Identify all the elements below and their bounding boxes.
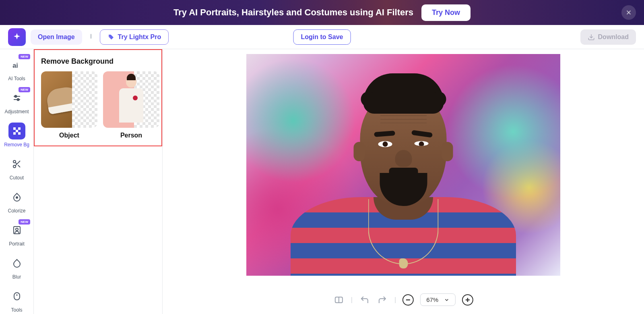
sidebar-item-remove-bg[interactable]: Remove Bg [0, 119, 33, 151]
svg-rect-9 [13, 127, 16, 130]
svg-point-21 [16, 228, 18, 231]
option-object[interactable]: Object [41, 71, 97, 139]
compare-icon [334, 295, 344, 305]
compare-button[interactable] [333, 294, 345, 306]
canvas-image[interactable] [246, 54, 560, 276]
app-logo[interactable] [8, 28, 26, 46]
options-panel: Remove Background Object [34, 49, 163, 314]
option-person[interactable]: Person [103, 71, 159, 139]
portrait-icon [12, 225, 22, 235]
svg-rect-2 [90, 34, 92, 39]
option-label: Person [103, 132, 159, 139]
sidebar-item-portrait[interactable]: NEW Portrait [0, 218, 33, 250]
close-banner-button[interactable] [621, 5, 636, 20]
panel-title: Remove Background [35, 50, 161, 71]
new-badge: NEW [19, 219, 30, 225]
header-toolbar: Open Image Try Lightx Pro Login to Save … [0, 25, 644, 49]
chevron-down-icon [444, 297, 450, 303]
ai-icon: ai [12, 60, 22, 70]
redo-icon [378, 295, 387, 305]
banner-text: Try AI Portraits, Hairstyles and Costume… [173, 7, 413, 18]
zoom-out-button[interactable] [402, 294, 414, 306]
sidebar-label: Colorize [8, 208, 25, 214]
plus-icon [465, 297, 470, 302]
pro-icon [107, 33, 115, 41]
sidebar-item-adjustment[interactable]: NEW Adjustment [0, 86, 33, 118]
separator: | [351, 296, 353, 304]
sidebar-label: Remove Bg [4, 142, 29, 148]
zoom-value: 67% [426, 296, 438, 303]
sidebar-item-blur[interactable]: Blur [0, 252, 33, 283]
tool-sidebar: NEW ai AI Tools NEW Adjustment Remove Bg… [0, 49, 34, 314]
try-now-button[interactable]: Try Now [421, 4, 471, 21]
svg-rect-13 [18, 132, 21, 135]
undo-icon [360, 295, 369, 305]
sidebar-item-cutout[interactable]: Cutout [0, 152, 33, 184]
redo-button[interactable] [377, 294, 388, 306]
try-pro-label: Try Lightx Pro [118, 33, 161, 41]
download-icon [588, 33, 595, 41]
download-label: Download [598, 33, 629, 41]
login-save-button[interactable]: Login to Save [293, 29, 351, 45]
sidebar-label: Cutout [10, 175, 24, 181]
open-image-button[interactable]: Open Image [31, 29, 82, 45]
svg-rect-12 [13, 132, 16, 135]
svg-point-8 [17, 99, 19, 101]
minus-icon [406, 297, 411, 302]
promo-banner: Try AI Portraits, Hairstyles and Costume… [0, 0, 644, 25]
svg-point-19 [16, 197, 18, 198]
undo-button[interactable] [359, 294, 370, 306]
sparkle-icon [12, 32, 22, 42]
try-pro-button[interactable]: Try Lightx Pro [100, 29, 169, 45]
zoom-in-button[interactable] [462, 294, 473, 306]
option-thumbnail-person [103, 71, 159, 128]
svg-rect-10 [18, 127, 21, 130]
sidebar-item-ai-tools[interactable]: NEW ai AI Tools [0, 53, 33, 85]
option-label: Object [41, 132, 97, 139]
svg-point-14 [13, 160, 16, 163]
svg-point-6 [14, 96, 17, 98]
canvas-area: | | 67% [163, 49, 644, 314]
sidebar-label: AI Tools [8, 76, 25, 81]
sidebar-label: Portrait [9, 241, 25, 247]
new-badge: NEW [19, 87, 30, 92]
download-button[interactable]: Download [580, 29, 636, 45]
sidebar-label: Blur [12, 274, 21, 280]
svg-rect-22 [14, 293, 20, 300]
sidebar-label: Tools [11, 307, 22, 313]
colorize-icon [12, 192, 22, 202]
option-thumbnail-object [41, 71, 97, 128]
svg-line-18 [15, 162, 17, 164]
separator-icon [89, 32, 93, 42]
blur-icon [12, 258, 22, 268]
tools-icon [12, 291, 22, 301]
svg-line-17 [18, 165, 20, 167]
svg-rect-11 [16, 130, 18, 132]
remove-bg-icon [12, 126, 22, 136]
adjustment-icon [12, 93, 22, 103]
sidebar-item-colorize[interactable]: Colorize [0, 185, 33, 217]
panel-highlight: Remove Background Object [34, 49, 162, 146]
scissors-icon [12, 159, 22, 169]
canvas-toolbar: | | 67% [333, 293, 473, 306]
sidebar-label: Adjustment [4, 109, 29, 114]
separator: | [394, 296, 396, 304]
svg-text:ai: ai [12, 62, 18, 69]
zoom-dropdown[interactable]: 67% [420, 293, 456, 306]
sidebar-item-tools[interactable]: Tools [0, 285, 33, 314]
new-badge: NEW [19, 54, 30, 59]
close-icon [625, 9, 632, 16]
svg-point-15 [13, 165, 16, 168]
